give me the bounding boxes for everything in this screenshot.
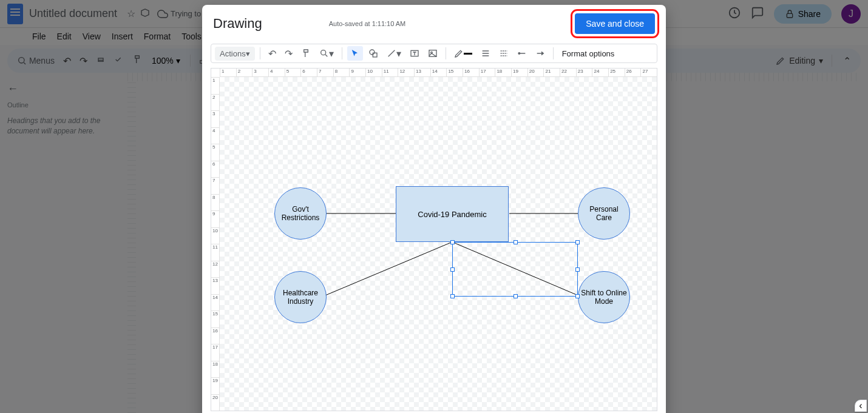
redo-icon[interactable]: ↷ [282,45,296,62]
paint-format-icon[interactable] [298,46,314,61]
select-tool-icon[interactable] [347,46,363,61]
connectors-layer [220,77,657,411]
svg-line-13 [325,242,452,295]
line-tool-icon[interactable]: ▾ [384,45,404,62]
line-start-icon[interactable] [514,46,530,61]
selected-rect[interactable] [452,242,578,297]
textbox-tool-icon[interactable] [407,46,422,61]
actions-dropdown[interactable]: Actions ▾ [215,47,255,61]
image-tool-icon[interactable] [425,46,441,61]
drawing-canvas-wrap: 1234567891011121314151617181920212223242… [211,68,657,411]
node-health[interactable]: Healthcare Industry [274,271,327,323]
node-center[interactable]: Covid-19 Pandemic [396,186,509,242]
shape-tool-icon[interactable] [365,46,381,61]
drawing-title: Drawing [213,16,262,32]
drawing-modal: Drawing Auto-saved at 1:11:10 AM Save an… [202,5,666,413]
node-personal[interactable]: Personal Care [578,187,630,240]
save-and-close-button[interactable]: Save and close [575,13,655,34]
node-gov[interactable]: Gov't Restrictions [274,187,327,240]
svg-point-5 [370,50,375,55]
drawing-canvas[interactable]: Gov't Restrictions Covid-19 Pandemic Per… [220,77,657,411]
svg-point-10 [518,53,520,55]
border-color-icon[interactable] [451,46,475,61]
drawing-vruler[interactable]: 1234567891011121314151617181920 [211,77,220,411]
line-end-icon[interactable] [532,46,548,61]
svg-rect-6 [373,53,377,57]
undo-icon[interactable]: ↶ [265,45,279,62]
explore-button-icon[interactable]: ‹ [855,400,867,412]
border-dash-icon[interactable] [496,46,512,61]
modal-overlay: Drawing Auto-saved at 1:11:10 AM Save an… [0,0,868,413]
autosave-status: Auto-saved at 1:11:10 AM [329,20,406,27]
drawing-hruler[interactable]: 1234567891011121314151617181920212223242… [220,69,657,77]
svg-point-4 [320,50,325,55]
zoom-icon[interactable]: ▾ [316,45,337,62]
border-weight-icon[interactable] [478,46,493,61]
drawing-toolbar: Actions ▾ ↶ ↷ ▾ ▾ [211,44,657,63]
node-shift[interactable]: Shift to Online Mode [578,271,630,323]
format-options-button[interactable]: Format options [562,49,615,58]
